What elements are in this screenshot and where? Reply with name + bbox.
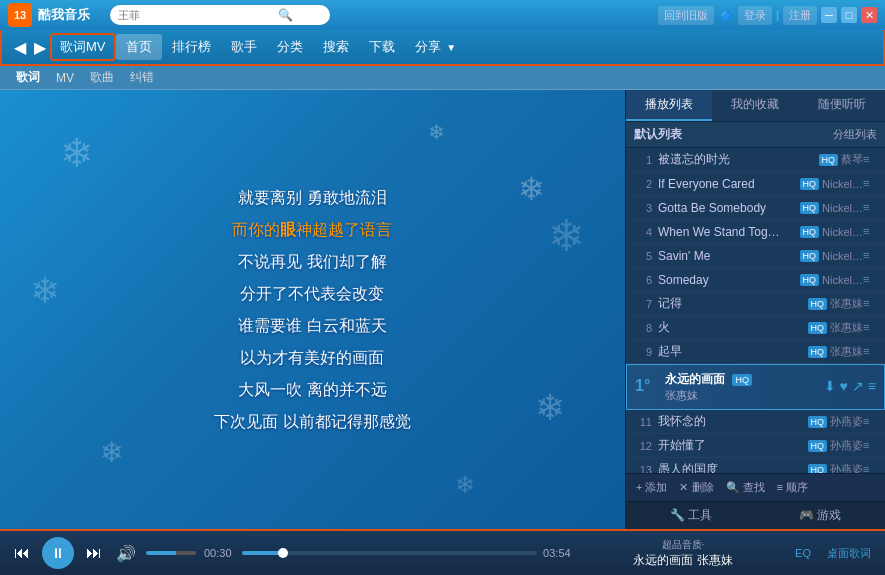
song-row[interactable]: 6 Someday HQ Nickel… ≡ <box>626 268 885 292</box>
song-row[interactable]: 9 起早 HQ 张惠妹 ≡ <box>626 340 885 364</box>
song-menu-icon: ≡ <box>863 297 877 311</box>
right-tab-random[interactable]: 随便听听 <box>799 90 885 121</box>
tools-btn[interactable]: 🔧 工具 <box>626 502 756 529</box>
song-menu-icon: ≡ <box>863 345 877 359</box>
lyric-line-1: 而你的眼神超越了语言 <box>214 214 410 246</box>
song-menu-icon: ≡ <box>863 439 877 453</box>
find-song-btn[interactable]: 🔍 查找 <box>722 478 769 497</box>
subtabs: 歌词 MV 歌曲 纠错 <box>0 66 885 90</box>
delete-song-btn[interactable]: ✕ 删除 <box>675 478 717 497</box>
nav-download[interactable]: 下载 <box>359 34 405 60</box>
download-btn[interactable]: ⬇ <box>824 378 836 394</box>
playlist-default-label: 默认列表 <box>634 126 682 143</box>
nav-search[interactable]: 搜索 <box>313 34 359 60</box>
song-row[interactable]: 3 Gotta Be Somebody HQ Nickel… ≡ <box>626 196 885 220</box>
hq-badge: HQ <box>800 202 820 214</box>
playlist-actions: + 添加 ✕ 删除 🔍 查找 ≡ 顺序 <box>626 473 885 501</box>
song-quality-label: 超品音质· <box>662 538 705 552</box>
volume-btn[interactable]: 🔊 <box>114 541 138 565</box>
song-artist: Nickel… <box>822 202 863 214</box>
search-icon[interactable]: 🔍 <box>278 8 293 22</box>
current-playing-row[interactable]: 1° 永远的画面 HQ 张惠妹 ⬇ ♥ ↗ ≡ <box>626 364 885 410</box>
song-title: 被遗忘的时光 <box>658 151 816 168</box>
song-row[interactable]: 5 Savin' Me HQ Nickel… ≡ <box>626 244 885 268</box>
nav-home[interactable]: 首页 <box>116 34 162 60</box>
song-row[interactable]: 11 我怀念的 HQ 孙燕姿 ≡ <box>626 410 885 434</box>
song-title: 我怀念的 <box>658 413 805 430</box>
next-btn[interactable]: ⏭ <box>82 541 106 565</box>
right-tab-playlist[interactable]: 播放列表 <box>626 90 712 121</box>
song-artist: 蔡琴 <box>841 152 863 167</box>
song-title: Someday <box>658 273 797 287</box>
subtab-correct[interactable]: 纠错 <box>130 69 154 86</box>
progress-bar[interactable] <box>242 551 537 555</box>
lyrics-area: ❄ ❄ ❄ ❄ ❄ ❄ ❄ ❄ 就要离别 勇敢地流泪 而你的眼神超越了语言 不说… <box>0 90 625 529</box>
song-row[interactable]: 4 When We Stand Tog… HQ Nickel… ≡ <box>626 220 885 244</box>
main-content: ❄ ❄ ❄ ❄ ❄ ❄ ❄ ❄ 就要离别 勇敢地流泪 而你的眼神超越了语言 不说… <box>0 90 885 529</box>
snowflake-3: ❄ <box>30 270 60 312</box>
lyric-line-4: 谁需要谁 白云和蓝天 <box>214 310 410 342</box>
nav-share[interactable]: 分享 ▼ <box>405 34 467 60</box>
song-title: Gotta Be Somebody <box>658 201 797 215</box>
restore-btn[interactable]: □ <box>841 7 857 23</box>
pause-btn[interactable]: ⏸ <box>42 537 74 569</box>
nav-artist[interactable]: 歌手 <box>221 34 267 60</box>
subtab-mv[interactable]: MV <box>56 71 74 85</box>
sort-btn[interactable]: ≡ 顺序 <box>773 478 812 497</box>
song-title: Savin' Me <box>658 249 797 263</box>
login-btn[interactable]: 登录 <box>738 6 772 25</box>
song-row[interactable]: 13 愚人的国度 HQ 孙燕姿 ≡ <box>626 458 885 473</box>
current-song-title: 永远的画面 <box>665 372 725 386</box>
desktop-lyrics-btn[interactable]: 桌面歌词 <box>823 546 875 561</box>
song-title: 开始懂了 <box>658 437 805 454</box>
nav-forward-btn[interactable]: ▶ <box>34 38 46 57</box>
progress-fill <box>242 551 283 555</box>
nav-back-btn[interactable]: ◀ <box>14 38 26 57</box>
hq-badge: HQ <box>808 464 828 474</box>
current-song-artist: 张惠妹 <box>665 388 824 403</box>
register-btn[interactable]: 注册 <box>783 6 817 25</box>
close-btn[interactable]: ✕ <box>861 7 877 23</box>
song-row[interactable]: 1 被遗忘的时光 HQ 蔡琴 ≡ <box>626 148 885 172</box>
hq-badge: HQ <box>800 250 820 262</box>
song-list[interactable]: 1 被遗忘的时光 HQ 蔡琴 ≡ 2 If Everyone Cared HQ … <box>626 148 885 473</box>
share-song-btn[interactable]: ↗ <box>852 378 864 394</box>
playlist-group-btn[interactable]: 分组列表 <box>833 127 877 142</box>
snowflake-7: ❄ <box>428 120 445 144</box>
song-row[interactable]: 2 If Everyone Cared HQ Nickel… ≡ <box>626 172 885 196</box>
subtab-songs[interactable]: 歌曲 <box>90 69 114 86</box>
song-row[interactable]: 8 火 HQ 张惠妹 ≡ <box>626 316 885 340</box>
song-row[interactable]: 12 开始懂了 HQ 孙燕姿 ≡ <box>626 434 885 458</box>
nav-gecimv[interactable]: 歌词MV <box>50 33 116 61</box>
hq-badge: HQ <box>800 274 820 286</box>
song-number: 4 <box>634 226 652 238</box>
right-tab-favorites[interactable]: 我的收藏 <box>712 90 798 121</box>
subtab-lyrics[interactable]: 歌词 <box>16 69 40 86</box>
nav-ranking[interactable]: 排行榜 <box>162 34 221 60</box>
menu-song-btn[interactable]: ≡ <box>868 378 876 394</box>
song-artist: Nickel… <box>822 250 863 262</box>
back-to-old-btn[interactable]: 回到旧版 <box>658 6 714 25</box>
hq-badge: HQ <box>819 154 839 166</box>
right-tools: 🔧 工具 🎮 游戏 <box>626 501 885 529</box>
song-title: 记得 <box>658 295 805 312</box>
eq-btn[interactable]: EQ <box>791 547 815 559</box>
nav-category[interactable]: 分类 <box>267 34 313 60</box>
search-input[interactable] <box>118 9 278 21</box>
games-btn[interactable]: 🎮 游戏 <box>756 502 886 529</box>
song-row[interactable]: 7 记得 HQ 张惠妹 ≡ <box>626 292 885 316</box>
volume-slider[interactable] <box>146 551 196 555</box>
favorite-btn[interactable]: ♥ <box>840 378 848 394</box>
prev-btn[interactable]: ⏮ <box>10 541 34 565</box>
song-number: 9 <box>634 346 652 358</box>
add-song-btn[interactable]: + 添加 <box>632 478 671 497</box>
hq-badge: HQ <box>800 226 820 238</box>
song-artist: 张惠妹 <box>830 296 863 311</box>
song-number: 8 <box>634 322 652 334</box>
time-current: 00:30 <box>204 547 236 559</box>
song-artist: Nickel… <box>822 274 863 286</box>
song-menu-icon: ≡ <box>863 249 877 263</box>
minimize-btn[interactable]: ─ <box>821 7 837 23</box>
song-number: 12 <box>634 440 652 452</box>
snowflake-1: ❄ <box>60 130 94 176</box>
